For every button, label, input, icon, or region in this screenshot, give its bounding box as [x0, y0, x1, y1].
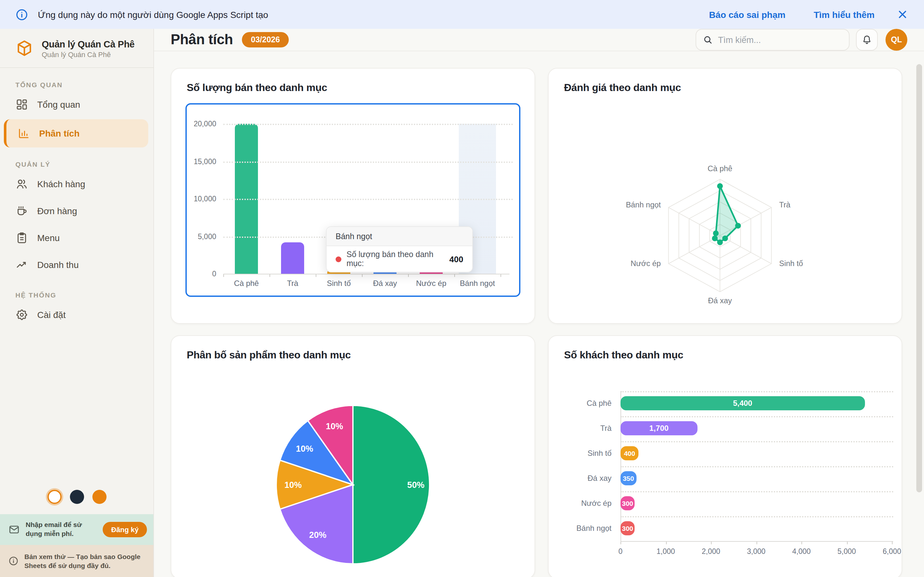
search-input[interactable] [696, 29, 850, 51]
pie-slice-label: 10% [284, 480, 302, 490]
app-window: Ứng dụng này do một người dùng Google Ap… [0, 0, 924, 577]
bar-chart[interactable]: Bánh ngọt400Nước épĐá xaySinh tốTrà4,200… [186, 103, 520, 297]
card-customers-by-category: Số khách theo danh mục Cà phê5,400Trà1,7… [548, 335, 902, 577]
row-separator [620, 491, 893, 492]
chart-icon [17, 127, 30, 140]
axis-tick [892, 542, 893, 544]
theme-dot-orange[interactable] [92, 490, 106, 504]
bar-ca-phe[interactable]: 5,400 [620, 396, 865, 410]
axis-tick [501, 274, 501, 277]
theme-dot-dark[interactable] [69, 490, 84, 504]
bar-nuoc-ep[interactable]: 300 [620, 496, 635, 510]
sidebar-item-label: Menu [37, 233, 60, 243]
users-icon [15, 177, 28, 190]
axis-tick [620, 542, 621, 544]
sidebar-item-menu[interactable]: Menu [0, 224, 153, 251]
trend-icon [15, 258, 28, 271]
axis-tick [846, 542, 847, 544]
tooltip-series-dot [336, 256, 341, 262]
main-area: Phân tích 03/2026 QL [154, 29, 924, 577]
y-axis-label: 20,000 [187, 120, 216, 127]
category-label: Sinh tố [560, 449, 612, 458]
row-separator [620, 516, 893, 517]
axis-tick [408, 274, 409, 277]
x-axis-tick-label: 6,000 [883, 547, 901, 555]
card-title: Số lượng bán theo danh mục [171, 69, 535, 93]
x-axis-tick-label: 3,000 [747, 547, 766, 555]
card-title: Đánh giá theo danh mục [549, 69, 901, 93]
row-separator [620, 441, 893, 442]
period-badge: 03/2026 [242, 32, 289, 47]
bar-tra[interactable]: 1,700 [620, 421, 698, 435]
bar-banh-ngot[interactable]: 300 [620, 521, 635, 535]
row-separator [620, 541, 893, 542]
info-icon [15, 8, 28, 21]
notifications-button[interactable] [856, 29, 878, 51]
category-label: Bánh ngọt [560, 524, 612, 533]
axis-tick [316, 274, 317, 277]
axis-tick [666, 542, 666, 544]
sidebar-item-khach-hang[interactable]: Khách hàng [0, 171, 153, 197]
theme-dot-light[interactable] [47, 490, 61, 504]
close-icon[interactable] [897, 8, 909, 21]
tooltip-series-label: Số lượng bán theo danh mục: [347, 250, 445, 268]
sidebar-item-label: Đơn hàng [37, 206, 77, 216]
y-axis-label: 15,000 [187, 157, 216, 165]
cube-logo-icon [14, 39, 35, 59]
sidebar-item-cai-dat[interactable]: Cài đặt [0, 301, 153, 328]
theme-switcher [0, 490, 153, 504]
radar-spoke [720, 235, 771, 264]
apps-script-banner: Ứng dụng này do một người dùng Google Ap… [0, 0, 924, 29]
pie-chart[interactable]: 50%20%10%10%10% [171, 362, 535, 577]
trial-note: Bản xem thử — Tạo bản sao Google Sheets … [0, 545, 153, 577]
bar-da-xay[interactable]: 350 [620, 471, 636, 485]
radar-axis-label: Trà [779, 200, 790, 209]
row-separator [620, 466, 893, 467]
x-axis-label: Sinh tố [327, 279, 351, 288]
x-axis-label: Cà phê [234, 279, 258, 288]
card-sales-by-category: Số lượng bán theo danh mục Bánh ngọt400N… [171, 68, 535, 324]
radar-chart[interactable]: Cà phêTràSinh tốĐá xayNước épBánh ngọt [549, 95, 901, 350]
sidebar-item-don-hang[interactable]: Đơn hàng [0, 197, 153, 224]
search-field[interactable] [718, 35, 843, 45]
brand-title: Quản lý Quán Cà Phê [42, 39, 134, 49]
tooltip-title: Bánh ngọt [326, 227, 472, 246]
brand: Quản lý Quán Cà Phê Quản lý Quán Cà Phê [0, 29, 153, 68]
card-rating-by-category: Đánh giá theo danh mục Cà phêTràSinh tốĐ… [548, 68, 902, 324]
bar-sinh-to[interactable]: 400 [620, 446, 638, 460]
mail-icon [8, 524, 20, 535]
chart-tooltip: Bánh ngọt Số lượng bán theo danh mục: 40… [326, 226, 473, 272]
x-axis-tick-label: 0 [619, 547, 623, 555]
axis-tick [223, 274, 224, 277]
category-label: Đá xay [560, 474, 612, 483]
sidebar-item-label: Khách hàng [37, 179, 85, 189]
nav-section-label: HỆ THỐNG [15, 291, 138, 299]
radar-axis-label: Bánh ngọt [626, 200, 661, 209]
nav-section-label: QUẢN LÝ [15, 160, 138, 168]
sidebar-item-phan-tich[interactable]: Phân tích [4, 119, 148, 147]
report-abuse-link[interactable]: Báo cáo sai phạm [709, 9, 785, 19]
sidebar: Quản lý Quán Cà Phê Quản lý Quán Cà Phê … [0, 29, 154, 577]
sidebar-item-label: Cài đặt [37, 309, 66, 320]
radar-spoke [669, 207, 720, 235]
nav-section-label: TỔNG QUAN [15, 81, 138, 89]
x-axis-tick-label: 1,000 [656, 547, 675, 555]
axis-tick [362, 274, 363, 277]
gridline [223, 199, 513, 200]
row-separator [620, 391, 893, 392]
bar-tra[interactable] [281, 242, 304, 274]
sidebar-item-tong-quan[interactable]: Tổng quan [0, 91, 153, 118]
axis-tick [454, 274, 455, 277]
radar-data-point [722, 235, 728, 242]
search-icon [703, 35, 713, 45]
clipboard-icon [15, 231, 28, 244]
page-scrollbar[interactable] [916, 64, 922, 492]
page-header: Phân tích 03/2026 QL [154, 29, 924, 51]
avatar[interactable]: QL [885, 29, 907, 51]
signup-button[interactable]: Đăng ký [103, 522, 147, 537]
sidebar-item-doanh-thu[interactable]: Doanh thu [0, 251, 153, 278]
horizontal-bar-chart[interactable]: Cà phê5,400Trà1,700Sinh tố400Đá xay350Nư… [560, 364, 886, 562]
learn-more-link[interactable]: Tìm hiểu thêm [814, 9, 875, 19]
radar-data-point [712, 235, 718, 242]
x-axis-label: Bánh ngọt [460, 279, 495, 288]
